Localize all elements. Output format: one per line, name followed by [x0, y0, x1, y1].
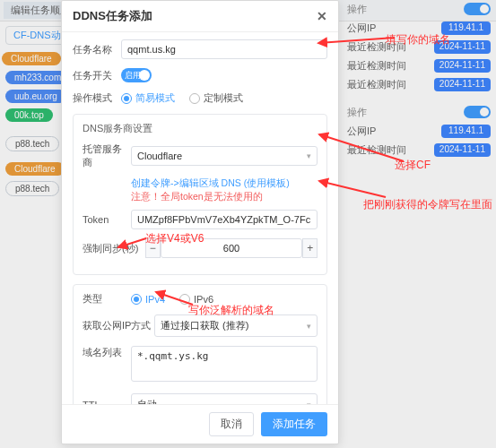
row-task-switch: 任务开关 启用 — [73, 68, 327, 82]
row-get-ip: 获取公网IP方式 通过接口获取 (推荐) ▾ — [83, 314, 318, 337]
mode-label: 操作模式 — [73, 91, 121, 105]
cancel-button[interactable]: 取消 — [209, 412, 254, 436]
sync-label: 强制同步(秒) — [83, 242, 145, 255]
modal-footer: 取消 添加任务 — [62, 404, 338, 444]
ttl-select[interactable]: 自动 ▾ — [131, 393, 318, 404]
chevron-down-icon: ▾ — [307, 151, 311, 160]
task-switch-label: 任务开关 — [73, 69, 121, 82]
sync-stepper: − + — [145, 238, 318, 258]
hoster-label: 托管服务商 — [83, 142, 131, 169]
row-type: 类型 IPv4 IPv6 — [83, 292, 318, 306]
row-hoster: 托管服务商 Cloudflare ▾ — [83, 142, 318, 169]
hoster-select[interactable]: Cloudflare ▾ — [131, 146, 318, 166]
modal-header: DDNS任务添加 ✕ — [62, 1, 338, 32]
row-token: Token — [83, 210, 318, 229]
modal-body: 任务名称 任务开关 启用 操作模式 简易模式 定制模式 — [62, 32, 338, 404]
type-label: 类型 — [83, 292, 131, 306]
row-sync: 强制同步(秒) − + — [83, 238, 318, 258]
sync-value-input[interactable] — [161, 238, 303, 258]
task-name-input[interactable] — [121, 39, 327, 59]
hoster-value: Cloudflare — [137, 151, 182, 161]
mode-custom-radio[interactable]: 定制模式 — [189, 91, 243, 105]
domain-list-textarea[interactable] — [131, 346, 318, 382]
ipv6-label: IPv6 — [194, 294, 213, 305]
radio-dot-icon — [121, 93, 132, 104]
get-ip-select[interactable]: 通过接口获取 (推荐) ▾ — [154, 314, 318, 337]
mode-simple-radio[interactable]: 简易模式 — [121, 91, 175, 105]
sync-minus-button[interactable]: − — [145, 238, 161, 258]
hoster-hints: 创建令牌->编辑区域 DNS (使用模板) 注意！全局token是无法使用的 — [131, 177, 318, 202]
panel-dns-provider: DNS服务商设置 托管服务商 Cloudflare ▾ 创建令牌->编辑区域 D… — [73, 114, 327, 275]
row-mode: 操作模式 简易模式 定制模式 — [73, 91, 327, 105]
panel-network: 类型 IPv4 IPv6 获取公网IP方式 通过接口获取 (推荐) — [73, 284, 327, 404]
sync-plus-button[interactable]: + — [302, 238, 318, 258]
hint-global-token: 注意！全局token是无法使用的 — [131, 190, 318, 203]
modal-title: DDNS任务添加 — [73, 8, 152, 24]
row-domain-list: 域名列表 — [83, 346, 318, 384]
panel-dns-title: DNS服务商设置 — [83, 122, 318, 135]
close-icon[interactable]: ✕ — [317, 9, 327, 23]
ttl-value: 自动 — [137, 398, 157, 404]
radio-dot-icon — [131, 294, 142, 305]
get-ip-value: 通过接口获取 (推荐) — [161, 319, 248, 332]
mode-simple-label: 简易模式 — [135, 91, 175, 105]
radio-dot-icon — [179, 294, 190, 305]
token-input[interactable] — [131, 210, 318, 229]
row-ttl: TTL 自动 ▾ — [83, 393, 318, 404]
radio-dot-icon — [189, 93, 200, 104]
type-ipv4-radio[interactable]: IPv4 — [131, 294, 165, 305]
add-task-button[interactable]: 添加任务 — [261, 412, 327, 436]
ipv4-label: IPv4 — [145, 294, 165, 305]
row-task-name: 任务名称 — [73, 39, 327, 59]
chevron-down-icon: ▾ — [307, 322, 311, 331]
token-label: Token — [83, 214, 131, 225]
domain-list-label: 域名列表 — [83, 346, 131, 359]
type-ipv6-radio[interactable]: IPv6 — [179, 294, 213, 305]
mode-custom-label: 定制模式 — [204, 91, 243, 105]
get-ip-label: 获取公网IP方式 — [83, 319, 154, 332]
task-switch-toggle[interactable]: 启用 — [121, 68, 152, 82]
ddns-modal: DDNS任务添加 ✕ 任务名称 任务开关 启用 操作模式 简易模式 — [61, 0, 339, 444]
hint-create-token[interactable]: 创建令牌->编辑区域 DNS (使用模板) — [131, 177, 318, 190]
task-name-label: 任务名称 — [73, 43, 121, 56]
